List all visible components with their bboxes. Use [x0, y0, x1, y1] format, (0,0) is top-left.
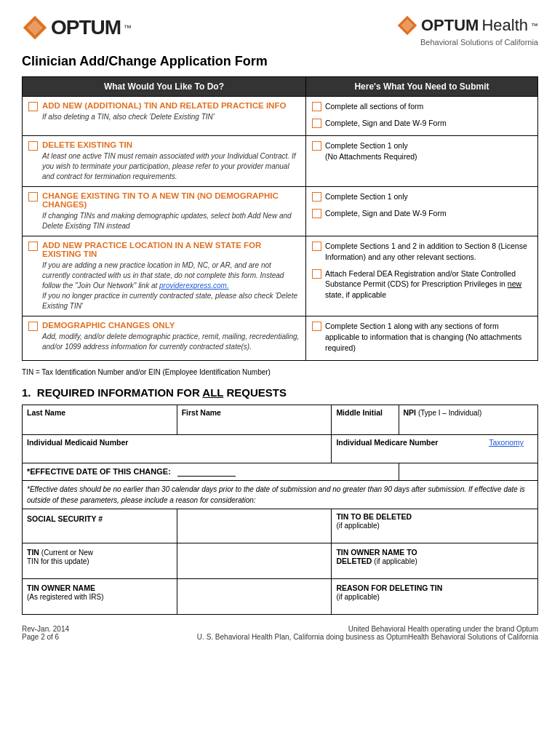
reason-for-deleting-sub: (if applicable)	[336, 593, 379, 601]
table-row: CHANGE EXISTING TIN TO A NEW TIN (NO DEM…	[23, 187, 538, 236]
taxonomy-link[interactable]: Taxonomy	[489, 438, 524, 447]
table-header-col1: What Would You Like To Do?	[23, 77, 306, 97]
tin-to-delete-sub: (if applicable)	[336, 522, 379, 530]
table-row: SOCIAL SECURITY # TIN TO BE DELETED (if …	[23, 509, 538, 543]
rev-date: Rev-Jan. 2014	[22, 625, 69, 633]
table-row: TIN (Current or NewTIN for this update) …	[23, 543, 538, 579]
action-title-change-tin: CHANGE EXISTING TIN TO A NEW TIN (NO DEM…	[42, 191, 300, 209]
action-table: What Would You Like To Do? Here's What Y…	[22, 76, 538, 361]
checkbox-submit-section1-only-2[interactable]	[312, 192, 321, 202]
reason-for-deleting-label-cell: REASON FOR DELETING TIN (if applicable)	[332, 579, 538, 615]
checkbox-submit-section1-only-1[interactable]	[312, 141, 321, 151]
action-cell-add-new-tin: ADD NEW (ADDITIONAL) TIN AND RELATED PRA…	[23, 97, 306, 136]
effective-date-label-cell: *EFFECTIVE DATE OF THIS CHANGE:	[23, 463, 399, 481]
npi-label: NPI	[404, 408, 417, 417]
submit-cell-add-new-tin: Complete all sections of form Complete, …	[305, 97, 537, 136]
tin-owner-name-value-cell	[177, 579, 332, 615]
medicaid-label-cell: Individual Medicaid Number	[23, 435, 332, 463]
submit-cell-delete-tin: Complete Section 1 only(No Attachments R…	[305, 136, 537, 187]
action-desc-delete-tin: At least one active TIN must remain asso…	[42, 151, 300, 182]
action-cell-demographic: DEMOGRAPHIC CHANGES ONLY Add, modify, an…	[23, 316, 306, 361]
optumhealth-bold-text: OPTUM	[421, 16, 479, 35]
company-line2: U. S. Behavioral Health Plan, California…	[197, 633, 538, 641]
action-title-delete-tin: DELETE EXISTING TIN	[42, 140, 300, 149]
action-cell-add-new-state: ADD NEW PRACTICE LOCATION IN A NEW STATE…	[23, 236, 306, 316]
table-row: ADD NEW (ADDITIONAL) TIN AND RELATED PRA…	[23, 97, 538, 136]
table-row: Last Name First Name Middle Initial NPI …	[23, 405, 538, 435]
middle-initial-label-cell: Middle Initial	[332, 405, 399, 435]
reason-for-deleting-label: REASON FOR DELETING TIN	[336, 583, 442, 592]
footer-right: United Behavioral Health operating under…	[197, 625, 538, 641]
npi-label-cell: NPI (Type I – Individual)	[399, 405, 537, 435]
action-desc-add-new-state: If you are adding a new practice locatio…	[42, 260, 300, 311]
effective-date-note-cell: *Effective dates should be no earlier th…	[23, 481, 538, 509]
medicare-label-cell: Individual Medicare Number Taxonomy	[332, 435, 538, 463]
optum-logo-text: OPTUM	[51, 16, 121, 39]
tin-owner-name-label: TIN OWNER NAME	[27, 583, 95, 592]
optumhealth-logo: OPTUMHealth™ Behavioral Solutions of Cal…	[396, 15, 538, 47]
submit-text-dea: Attach Federal DEA Registration and/or S…	[325, 268, 532, 300]
checkbox-demographic[interactable]	[28, 322, 38, 331]
submit-text-section1-complete: Complete Section 1 along with any sectio…	[325, 321, 532, 353]
providerexpress-link[interactable]: providerexpress.com.	[159, 282, 229, 290]
submit-cell-add-new-state: Complete Sections 1 and 2 in addition to…	[305, 236, 537, 316]
table-header-col2: Here's What You Need to Submit	[305, 77, 537, 97]
page: OPTUM™ OPTUMHealth™ Behavioral Solutions…	[0, 0, 560, 656]
tin-current-value-cell	[177, 543, 332, 579]
social-security-label-cell: SOCIAL SECURITY #	[23, 509, 177, 543]
action-desc-add-new-tin: If also deleting a TIN, also check 'Dele…	[42, 112, 286, 122]
action-desc-change-tin: If changing TINs and making demographic …	[42, 211, 300, 231]
middle-initial-label: Middle Initial	[336, 408, 383, 417]
optum-diamond-icon	[22, 15, 48, 41]
medicare-label: Individual Medicare Number	[336, 438, 438, 447]
checkbox-add-new-tin[interactable]	[28, 102, 38, 111]
optumhealth-diamond-icon	[396, 15, 418, 36]
action-cell-delete-tin: DELETE EXISTING TIN At least one active …	[23, 136, 306, 187]
tin-to-delete-label: TIN TO BE DELETED	[336, 512, 412, 521]
action-cell-change-tin: CHANGE EXISTING TIN TO A NEW TIN (NO DEM…	[23, 187, 306, 236]
tin-owner-name-label-cell: TIN OWNER NAME (As registered with IRS)	[23, 579, 177, 615]
submit-text-w9-2: Complete, Sign and Date W-9 Form	[325, 208, 447, 219]
first-name-label: First Name	[182, 408, 221, 417]
social-security-label: SOCIAL SECURITY #	[27, 514, 103, 523]
tin-current-label-cell: TIN (Current or NewTIN for this update)	[23, 543, 177, 579]
submit-text-w9-1: Complete, Sign and Date W-9 Form	[325, 118, 447, 129]
table-row: ADD NEW PRACTICE LOCATION IN A NEW STATE…	[23, 236, 538, 316]
checkbox-submit-dea[interactable]	[312, 269, 321, 279]
first-name-label-cell: First Name	[177, 405, 332, 435]
effective-date-note: *Effective dates should be no earlier th…	[27, 485, 525, 504]
social-security-value-cell	[177, 509, 332, 543]
npi-sub: (Type I – Individual)	[418, 409, 481, 417]
medicaid-label: Individual Medicaid Number	[27, 438, 128, 447]
checkbox-submit-w9-2[interactable]	[312, 209, 321, 218]
section1-title-underline: ALL	[202, 386, 223, 399]
section1-table: Last Name First Name Middle Initial NPI …	[22, 405, 538, 615]
action-desc-demographic: Add, modify, and/or delete demographic p…	[42, 332, 300, 352]
effective-date-label: *EFFECTIVE DATE OF THIS CHANGE:	[27, 467, 171, 476]
header: OPTUM™ OPTUMHealth™ Behavioral Solutions…	[22, 15, 538, 47]
checkbox-delete-tin[interactable]	[28, 141, 38, 151]
checkbox-submit-w9-1[interactable]	[312, 119, 321, 128]
optum-tm: ™	[124, 23, 132, 32]
last-name-label-cell: Last Name	[23, 405, 177, 435]
tin-current-label: TIN	[27, 548, 39, 557]
checkbox-submit-all-sections[interactable]	[312, 102, 321, 111]
checkbox-submit-section1-complete[interactable]	[312, 322, 321, 331]
optum-logo: OPTUM™	[22, 15, 132, 41]
tin-owner-delete-sub: (if applicable)	[374, 557, 417, 565]
checkbox-submit-sections-1-2-8[interactable]	[312, 242, 321, 251]
checkbox-change-tin[interactable]	[28, 192, 38, 202]
checkbox-add-new-state[interactable]	[28, 242, 38, 251]
form-title: Clinician Add/Change Application Form	[22, 54, 538, 69]
submit-cell-change-tin: Complete Section 1 only Complete, Sign a…	[305, 187, 537, 236]
table-row: DEMOGRAPHIC CHANGES ONLY Add, modify, an…	[23, 316, 538, 361]
footer-left: Rev-Jan. 2014 Page 2 of 6	[22, 625, 69, 641]
page-number: Page 2 of 6	[22, 633, 69, 641]
action-title-demographic: DEMOGRAPHIC CHANGES ONLY	[42, 321, 300, 330]
submit-text-sections-1-2-8: Complete Sections 1 and 2 in addition to…	[325, 241, 532, 262]
effective-date-value-cell	[399, 463, 537, 481]
table-row: Individual Medicaid Number Individual Me…	[23, 435, 538, 463]
company-line1: United Behavioral Health operating under…	[197, 625, 538, 633]
action-title-add-new-state: ADD NEW PRACTICE LOCATION IN A NEW STATE…	[42, 241, 300, 258]
table-row: *Effective dates should be no earlier th…	[23, 481, 538, 509]
